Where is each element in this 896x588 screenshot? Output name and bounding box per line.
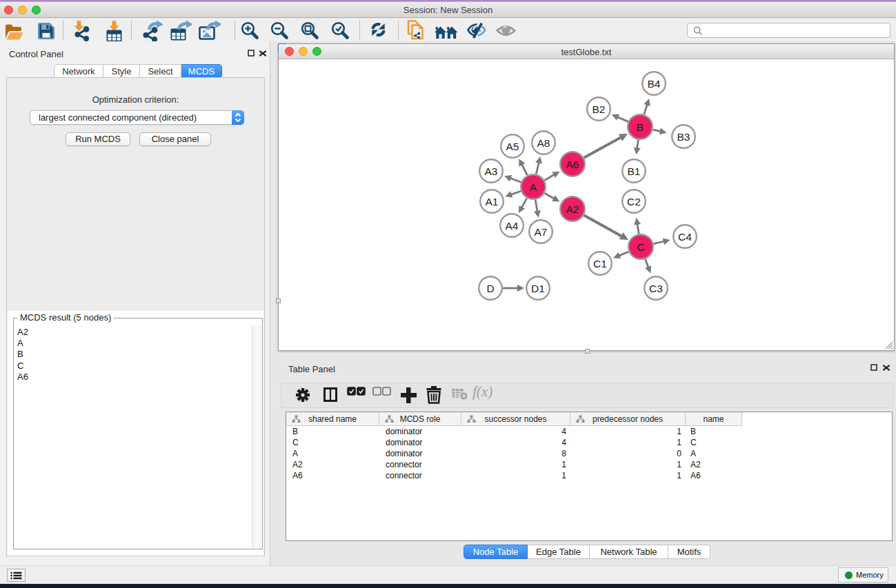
svg-text:D1: D1: [531, 283, 545, 294]
svg-text:A5: A5: [506, 141, 519, 152]
svg-text:C3: C3: [649, 283, 663, 294]
svg-text:C: C: [637, 241, 644, 253]
svg-text:A8: A8: [537, 137, 550, 149]
svg-text:C1: C1: [593, 258, 607, 270]
svg-text:B1: B1: [628, 165, 641, 177]
svg-text:A: A: [530, 181, 537, 193]
svg-text:A6: A6: [566, 159, 579, 170]
svg-text:B3: B3: [677, 131, 690, 143]
svg-text:B4: B4: [648, 78, 661, 90]
svg-text:D: D: [486, 283, 494, 294]
svg-text:B: B: [637, 121, 644, 133]
svg-text:A3: A3: [485, 165, 498, 177]
svg-text:A4: A4: [506, 220, 519, 232]
svg-text:C2: C2: [627, 196, 641, 207]
svg-text:A7: A7: [535, 226, 548, 238]
svg-text:C4: C4: [678, 231, 692, 243]
svg-text:A2: A2: [566, 203, 579, 215]
svg-text:A1: A1: [486, 196, 499, 207]
svg-text:B2: B2: [593, 103, 606, 115]
